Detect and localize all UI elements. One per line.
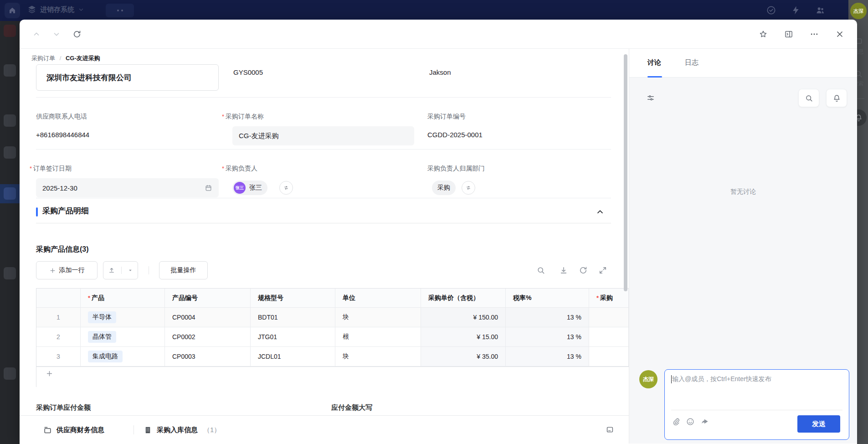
table-row[interactable]: 2 晶体管 CP0002 JTG01 根 ¥ 15.00 13 %: [36, 327, 629, 347]
record-content: 采购订单 / CG-友进采购 深圳市友进科技有限公司 GYS0005 Jakso…: [20, 49, 629, 444]
refresh-icon[interactable]: [72, 30, 82, 39]
divider: [36, 198, 611, 198]
bulk-actions-button[interactable]: 批量操作: [159, 261, 208, 279]
required-marker: *: [222, 113, 224, 120]
table-refresh-icon[interactable]: [579, 266, 588, 275]
panel-tabs: 讨论 日志: [629, 49, 857, 77]
empty-discussion-text: 暂无讨论: [629, 188, 857, 196]
card-view-icon[interactable]: [606, 425, 614, 434]
folder-icon: [43, 426, 52, 434]
open-side-panel-icon[interactable]: [784, 30, 793, 39]
sidebar-item[interactable]: [4, 146, 16, 159]
emoji-icon[interactable]: [686, 417, 695, 426]
home-button[interactable]: [5, 3, 20, 18]
send-button[interactable]: 发送: [797, 415, 840, 433]
app-title: 进销存系统: [40, 5, 74, 14]
prev-record-icon[interactable]: [32, 30, 41, 38]
divider: [36, 223, 611, 223]
col-unit: 单位: [335, 289, 421, 308]
tab-discussion[interactable]: 讨论: [647, 58, 661, 67]
lightning-icon[interactable]: [791, 5, 801, 15]
sidebar-item[interactable]: [4, 114, 16, 127]
product-chip[interactable]: 半导体: [88, 311, 116, 323]
product-chip[interactable]: 集成电路: [88, 351, 123, 362]
top-nav-bar: 进销存系统: [0, 0, 848, 21]
tab-purchase-inbound[interactable]: 采购入库信息 （1）: [144, 416, 221, 444]
breadcrumb-parent[interactable]: 采购订单: [31, 55, 55, 62]
share-icon[interactable]: [700, 417, 709, 426]
calendar-icon: [205, 184, 212, 192]
paperclip-icon[interactable]: [671, 417, 680, 426]
divider: [121, 267, 122, 274]
record-detail-modal: 采购订单 / CG-友进采购 深圳市友进科技有限公司 GYS0005 Jakso…: [20, 20, 857, 444]
section-title: 采购产品明细: [42, 206, 89, 216]
order-no-label: 采购订单编号: [427, 113, 466, 121]
topbar-tab[interactable]: [106, 4, 134, 17]
table-expand-icon[interactable]: [598, 266, 607, 275]
discussion-notify-button[interactable]: [826, 89, 847, 107]
table-search-icon[interactable]: [536, 266, 545, 275]
collapse-section-icon[interactable]: [596, 207, 605, 217]
table-row[interactable]: 3 集成电路 CP0003 JCDL01 块 ¥ 35.00 13 %: [36, 347, 629, 367]
star-icon[interactable]: [759, 30, 768, 39]
sidebar-item-active[interactable]: [0, 184, 20, 203]
tab-log[interactable]: 日志: [685, 58, 699, 67]
person-avatar: 张三: [234, 182, 246, 194]
swap-dept-button[interactable]: [462, 181, 475, 195]
product-cell[interactable]: 晶体管: [81, 327, 165, 347]
close-icon[interactable]: [835, 30, 844, 39]
left-sidebar: [0, 21, 20, 444]
swap-owner-button[interactable]: [279, 181, 293, 195]
modal-toolbar: [20, 20, 857, 49]
avatar[interactable]: 杰深: [850, 3, 867, 19]
table-add-row[interactable]: [36, 366, 629, 387]
plus-icon[interactable]: [46, 370, 53, 377]
divider: [671, 410, 842, 410]
owner-dept-chip[interactable]: 采购: [432, 181, 456, 195]
product-cell[interactable]: 集成电路: [81, 347, 165, 367]
approval-icon[interactable]: [766, 5, 776, 15]
breadcrumb: 采购订单 / CG-友进采购: [31, 54, 100, 62]
sidebar-item[interactable]: [4, 267, 16, 279]
required-marker: *: [30, 165, 32, 172]
swap-icon: [465, 185, 472, 191]
owner-person-chip[interactable]: 张三 张三: [232, 181, 267, 195]
col-spec: 规格型号: [251, 289, 335, 308]
supplier-name-field[interactable]: 深圳市友进科技有限公司: [36, 64, 219, 91]
product-chip[interactable]: 晶体管: [88, 331, 116, 343]
tab-supplier-finance[interactable]: 供应商财务信息: [43, 416, 104, 444]
users-icon[interactable]: [815, 5, 826, 15]
app-switcher[interactable]: 进销存系统: [27, 5, 84, 14]
import-split-button[interactable]: [103, 261, 138, 279]
active-tab-underline: [647, 76, 662, 77]
vertical-scrollbar[interactable]: [624, 54, 627, 291]
sidebar-item[interactable]: [4, 367, 16, 380]
breadcrumb-current: CG-友进采购: [66, 55, 100, 62]
section-accent-bar: [36, 207, 38, 217]
caret-down-icon[interactable]: [128, 268, 133, 273]
col-product: *产品: [81, 289, 165, 308]
supplier-code-value: GYS0005: [233, 68, 263, 76]
add-row-button[interactable]: 添加一行: [36, 261, 98, 279]
sidebar-item[interactable]: [4, 64, 16, 77]
phone-value: +8616898446844: [36, 131, 89, 139]
comment-input[interactable]: 输入@成员，按Ctrl+Enter快速发布: [671, 375, 771, 383]
table-download-icon[interactable]: [559, 266, 568, 275]
order-name-input[interactable]: CG-友进采购: [232, 126, 414, 145]
avatar: 杰深: [639, 370, 657, 388]
swap-icon: [283, 185, 289, 191]
product-cell[interactable]: 半导体: [81, 308, 165, 327]
products-table: *产品 产品编号 规格型号 单位 采购单价（含税） 税率% *采购 1 半导体 …: [36, 288, 629, 367]
discussion-search-button[interactable]: [798, 89, 819, 107]
filter-button[interactable]: [642, 90, 659, 106]
sign-date-input[interactable]: 2025-12-30: [36, 178, 219, 197]
next-record-icon[interactable]: [52, 30, 61, 38]
phone-label: 供应商联系人电话: [36, 113, 87, 121]
comment-composer[interactable]: 输入@成员，按Ctrl+Enter快速发布 发送: [664, 369, 849, 440]
chevron-down-icon: [78, 6, 84, 13]
divider: [36, 97, 611, 98]
table-row[interactable]: 1 半导体 CP0004 BDT01 块 ¥ 150.00 13 %: [36, 308, 629, 327]
sidebar-item[interactable]: [4, 25, 16, 37]
more-icon[interactable]: [810, 30, 819, 39]
divider: [36, 149, 611, 150]
